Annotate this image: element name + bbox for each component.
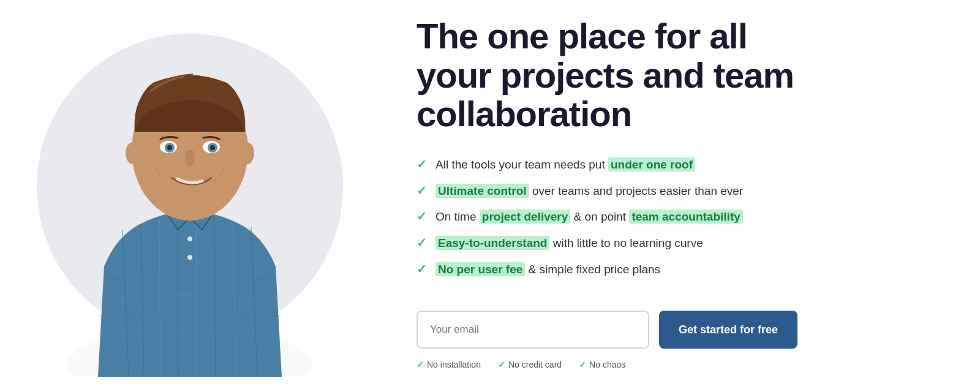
svg-point-12 — [187, 255, 192, 260]
feature-item-1: ✓ All the tools your team needs put unde… — [417, 156, 931, 173]
highlight-project-delivery: project delivery — [480, 210, 570, 224]
person-illustration — [43, 21, 337, 377]
page-wrapper: The one place for all your projects and … — [0, 0, 980, 386]
svg-point-7 — [167, 145, 172, 150]
check-icon-5: ✓ — [417, 260, 427, 278]
highlight-ultimate-control: Ultimate control — [435, 184, 529, 198]
sub-check-3: ✓ — [579, 360, 586, 369]
sub-cta-item-2: ✓ No credit card — [498, 360, 562, 369]
cta-section: Get started for free — [417, 311, 931, 349]
highlight-team-accountability: team accountability — [629, 210, 742, 224]
sub-check-2: ✓ — [498, 360, 505, 369]
feature-item-2: ✓ Ultimate control over teams and projec… — [417, 182, 931, 200]
hero-image-section — [0, 0, 380, 386]
sub-check-1: ✓ — [417, 360, 424, 369]
hero-content-section: The one place for all your projects and … — [380, 0, 980, 386]
feature-item-3: ✓ On time project delivery & on point te… — [417, 208, 931, 225]
feature-item-5: ✓ No per user fee & simple fixed price p… — [417, 260, 931, 278]
sub-cta-item-1: ✓ No installation — [417, 360, 481, 369]
features-list: ✓ All the tools your team needs put unde… — [417, 156, 931, 286]
email-input[interactable] — [417, 311, 649, 349]
person-image — [31, 9, 349, 377]
sub-cta-list: ✓ No installation ✓ No credit card ✓ No … — [417, 360, 931, 369]
feature-item-4: ✓ Easy-to-understand with little to no l… — [417, 234, 931, 252]
get-started-button[interactable]: Get started for free — [659, 311, 797, 349]
highlight-easy-to-understand: Easy-to-understand — [435, 236, 549, 250]
highlight-no-per-user-fee: No per user fee — [435, 262, 525, 276]
svg-point-8 — [210, 145, 215, 150]
check-icon-2: ✓ — [417, 182, 427, 199]
highlight-under-one-roof: under one roof — [608, 157, 695, 172]
svg-point-10 — [239, 142, 254, 164]
svg-point-9 — [126, 142, 140, 164]
check-icon-1: ✓ — [417, 156, 427, 173]
main-heading: The one place for all your projects and … — [417, 17, 931, 134]
check-icon-4: ✓ — [417, 234, 427, 251]
check-icon-3: ✓ — [417, 208, 427, 225]
sub-cta-item-3: ✓ No chaos — [579, 360, 625, 369]
svg-point-11 — [187, 237, 192, 241]
